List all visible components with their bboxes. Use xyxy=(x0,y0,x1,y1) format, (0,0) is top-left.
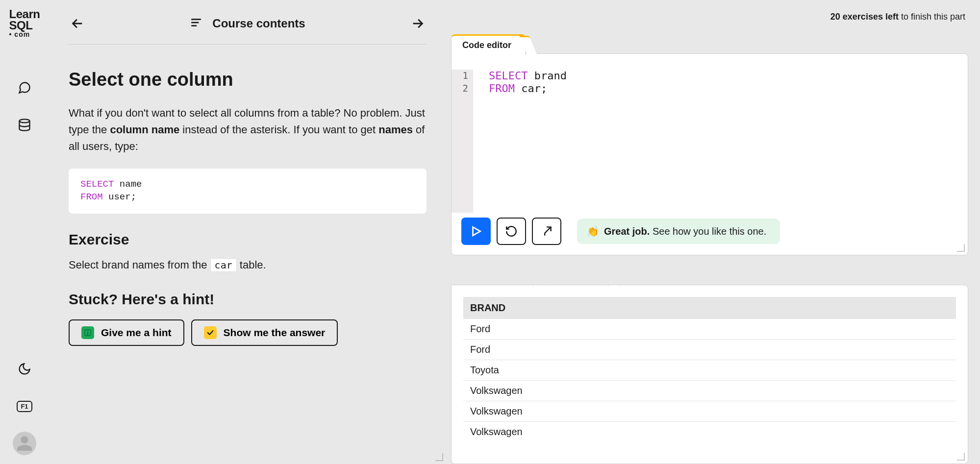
right-panel: 20 exercises left to finish this part Co… xyxy=(446,0,980,464)
table-cell: Volkswagen xyxy=(463,381,956,401)
code-id-brand: brand xyxy=(528,70,566,82)
sidebar: Learn SQL • com F1 xyxy=(0,0,49,464)
chat-icon[interactable] xyxy=(13,76,36,99)
table-row: Volkswagen xyxy=(463,381,956,401)
check-icon xyxy=(204,326,217,339)
table-row: Toyota xyxy=(463,360,956,381)
code-semi: ; xyxy=(541,82,547,95)
hint-heading: Stuck? Here's a hint! xyxy=(69,291,427,308)
forward-button[interactable] xyxy=(532,218,561,245)
table-cell: Volkswagen xyxy=(463,401,956,422)
menu-icon xyxy=(190,16,202,31)
code-kw-select: SELECT xyxy=(489,70,528,82)
code-editor[interactable]: 1 2 SELECT brand FROM car; xyxy=(452,54,968,218)
resize-handle[interactable] xyxy=(434,452,443,461)
hint-row: Give me a hint Show me the answer xyxy=(69,319,427,346)
tab-code-editor[interactable]: Code editor xyxy=(451,34,526,55)
progress-count: 20 exercises left xyxy=(830,12,899,22)
results-table: BRAND FordFordToyotaVolkswagenVolkswagen… xyxy=(463,297,956,440)
course-contents-button[interactable]: Course contents xyxy=(190,16,305,31)
lesson-panel: Course contents Select one column What i… xyxy=(49,0,446,464)
prev-arrow[interactable] xyxy=(69,15,86,32)
code-editor-panel: Code editor 1 2 SELECT brand FROM car; xyxy=(451,53,968,255)
keyboard-label: F1 xyxy=(17,401,32,412)
tab-database[interactable]: Database xyxy=(544,285,608,286)
hint-button-label: Give me a hint xyxy=(101,327,172,339)
database-icon[interactable] xyxy=(13,113,36,137)
run-button[interactable] xyxy=(461,218,491,245)
exercise-text-1: Select brand names from the xyxy=(69,259,210,271)
tab-query-results[interactable]: Query results xyxy=(451,285,533,286)
kw-from: FROM xyxy=(80,192,103,202)
svg-marker-9 xyxy=(473,227,480,235)
feedback-rest: See how you like this one. xyxy=(650,226,766,237)
code-area[interactable]: SELECT brand FROM car; xyxy=(473,70,968,213)
moon-icon[interactable] xyxy=(13,357,36,381)
course-contents-label: Course contents xyxy=(212,17,305,30)
keyboard-shortcut-button[interactable]: F1 xyxy=(13,394,36,418)
table-cell: Ford xyxy=(463,319,956,340)
gutter-2: 2 xyxy=(456,82,468,95)
logo-line3: • com xyxy=(9,31,40,38)
editor-toolbar: 👏 Great job. See how you like this one. xyxy=(452,218,968,255)
page-title: Select one column xyxy=(69,69,427,90)
table-row: Ford xyxy=(463,340,956,360)
lesson-nav: Course contents xyxy=(69,15,427,45)
line-gutter: 1 2 xyxy=(452,70,473,213)
resize-handle[interactable] xyxy=(956,452,965,461)
logo-line2: SQL xyxy=(9,20,40,31)
column-header-brand: BRAND xyxy=(463,297,956,319)
progress-text: 20 exercises left to finish this part xyxy=(451,12,968,24)
table-cell: Ford xyxy=(463,340,956,360)
next-arrow[interactable] xyxy=(409,15,427,32)
exercise-text: Select brand names from the car table. xyxy=(69,259,427,271)
intro-text-2: instead of the asterisk. If you want to … xyxy=(179,123,378,136)
info-icon xyxy=(81,326,94,339)
tab-code-editor-label: Code editor xyxy=(462,40,511,50)
lesson-intro: What if you don't want to select all col… xyxy=(69,105,427,155)
clap-icon: 👏 xyxy=(587,225,599,237)
kw-select: SELECT xyxy=(80,179,114,190)
progress-rest: to finish this part xyxy=(899,12,965,22)
exercise-text-2: table. xyxy=(237,259,266,271)
gutter-1: 1 xyxy=(456,70,468,82)
table-row: Volkswagen xyxy=(463,422,956,440)
answer-button-label: Show me the answer xyxy=(224,327,326,339)
feedback-bold: Great job. xyxy=(604,226,650,237)
reset-button[interactable] xyxy=(497,218,526,245)
id-name: name xyxy=(114,179,142,190)
code-kw-from: FROM xyxy=(489,82,515,95)
table-cell: Toyota xyxy=(463,360,956,381)
exercise-code: car xyxy=(210,258,237,272)
results-body: BRAND FordFordToyotaVolkswagenVolkswagen… xyxy=(452,285,968,440)
resize-handle[interactable] xyxy=(956,243,965,252)
svg-point-0 xyxy=(20,119,30,122)
answer-button[interactable]: Show me the answer xyxy=(191,319,338,346)
logo[interactable]: Learn SQL • com xyxy=(9,9,40,38)
table-row: Volkswagen xyxy=(463,401,956,422)
feedback-message: 👏 Great job. See how you like this one. xyxy=(577,219,780,244)
id-user: user xyxy=(103,192,131,202)
intro-bold-1: column name xyxy=(110,123,179,136)
table-cell: Volkswagen xyxy=(463,422,956,440)
intro-bold-2: names xyxy=(378,123,413,136)
code-id-car: car xyxy=(515,82,541,95)
semi: ; xyxy=(131,192,136,202)
avatar[interactable] xyxy=(13,432,36,455)
example-code-block: SELECT name FROM user; xyxy=(69,169,427,213)
hint-button[interactable]: Give me a hint xyxy=(69,319,184,346)
exercise-heading: Exercise xyxy=(69,231,427,248)
results-panel: Query results Database BRAND FordFordToy… xyxy=(451,285,968,464)
table-row: Ford xyxy=(463,319,956,340)
